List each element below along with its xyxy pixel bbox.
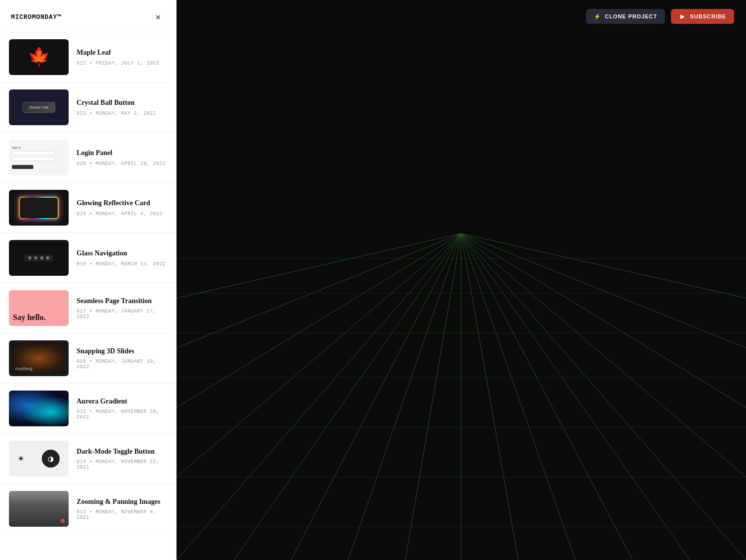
item-title: Aurora Gradient xyxy=(77,397,167,406)
item-meta: 020 • MONDAY, APRIL 18, 2022 xyxy=(77,161,167,166)
item-title: Seamless Page Transition xyxy=(77,297,167,306)
svg-line-12 xyxy=(177,234,461,348)
item-thumbnail: Say hello. xyxy=(9,290,69,326)
login-field xyxy=(12,157,55,161)
item-info: Snapping 3D Slides 016 • MONDAY, JANUARY… xyxy=(77,347,167,370)
svg-line-1 xyxy=(234,234,461,560)
login-field xyxy=(12,151,55,155)
list-item-crystal-ball-button[interactable]: Hover me Crystal Ball Button 021 • MONDA… xyxy=(0,82,176,133)
close-button[interactable]: ✕ xyxy=(151,10,165,24)
svg-line-16 xyxy=(461,234,746,348)
svg-line-15 xyxy=(461,234,746,298)
list-item-seamless-page-transition[interactable]: Say hello. Seamless Page Transition 017 … xyxy=(0,283,176,333)
svg-line-3 xyxy=(348,234,461,560)
item-thumbnail: Anything xyxy=(9,340,69,376)
item-info: Seamless Page Transition 017 • MONDAY, J… xyxy=(77,297,167,320)
item-thumbnail: Sign in xyxy=(9,140,69,175)
subscribe-button[interactable]: ▶ SUBSCRIBE xyxy=(671,9,734,24)
item-info: Zooming & Panning Images 013 • MONDAY, N… xyxy=(77,497,167,520)
item-info: Aurora Gradient 015 • MONDAY, NOVEMBER 2… xyxy=(77,397,167,420)
glow-card xyxy=(19,197,59,219)
item-title: Maple Leaf xyxy=(77,48,167,57)
item-title: Glowing Reflective Card xyxy=(77,199,167,208)
svg-line-13 xyxy=(177,234,461,407)
item-info: Crystal Ball Button 021 • MONDAY, MAY 2,… xyxy=(77,98,167,116)
youtube-icon: ▶ xyxy=(679,13,686,20)
svg-line-6 xyxy=(461,234,518,560)
item-meta: 014 • MONDAY, NOVEMBER 22, 2021 xyxy=(77,459,167,470)
maple-leaf-icon: 🍁 xyxy=(28,46,50,68)
list-item-glowing-reflective-card[interactable]: Glowing Reflective Card 019 • MONDAY, AP… xyxy=(0,183,176,233)
item-meta: 019 • MONDAY, APRIL 4, 2022 xyxy=(77,211,167,217)
sidebar-header: MICROMONDAY™ ✕ xyxy=(0,0,176,32)
glass-nav xyxy=(24,254,53,261)
list-item-login-panel[interactable]: Sign in Login Panel 020 • MONDAY, APRIL … xyxy=(0,133,176,183)
stackblitz-icon: ⚡ xyxy=(594,13,601,20)
list-item-dark-mode-toggle-button[interactable]: ☀ ◑ Dark-Mode Toggle Button 014 • MONDAY… xyxy=(0,434,176,484)
item-info: Dark-Mode Toggle Button 014 • MONDAY, NO… xyxy=(77,447,167,470)
item-title: Zooming & Panning Images xyxy=(77,497,167,506)
item-meta: 021 • MONDAY, MAY 2, 2022 xyxy=(77,111,167,116)
item-info: Maple Leaf 022 • FRIDAY, JULY 1, 2022 xyxy=(77,48,167,66)
list-item-glass-navigation[interactable]: Glass Navigation 018 • MONDAY, MARCH 14,… xyxy=(0,233,176,283)
svg-line-14 xyxy=(177,234,461,477)
item-info: Glowing Reflective Card 019 • MONDAY, AP… xyxy=(77,199,167,216)
clone-project-button[interactable]: ⚡ CLONE PROJECT xyxy=(586,9,665,24)
list-item-maple-leaf[interactable]: 🍁 Maple Leaf 022 • FRIDAY, JULY 1, 2022 xyxy=(0,32,176,82)
item-thumbnail xyxy=(9,240,69,276)
svg-line-0 xyxy=(177,234,461,560)
list-item-aurora-gradient[interactable]: Aurora Gradient 015 • MONDAY, NOVEMBER 2… xyxy=(0,384,176,434)
item-thumbnail: ☀ ◑ xyxy=(9,441,69,477)
item-title: Crystal Ball Button xyxy=(77,98,167,107)
list-item-snapping-3d-slides[interactable]: Anything Snapping 3D Slides 016 • MONDAY… xyxy=(0,333,176,384)
svg-line-8 xyxy=(461,234,633,560)
svg-line-4 xyxy=(405,234,461,560)
item-thumbnail: 🍁 xyxy=(9,39,69,75)
crystal-button: Hover me xyxy=(22,102,55,113)
item-meta: 017 • MONDAY, JANUARY 17, 2022 xyxy=(77,309,167,320)
svg-line-2 xyxy=(291,234,461,560)
item-title: Dark-Mode Toggle Button xyxy=(77,447,167,456)
item-title: Snapping 3D Slides xyxy=(77,347,167,356)
svg-line-11 xyxy=(177,234,461,298)
login-label: Sign in xyxy=(12,146,66,149)
sidebar-logo: MICROMONDAY™ xyxy=(11,13,61,21)
svg-line-9 xyxy=(461,234,690,560)
item-title: Glass Navigation xyxy=(77,249,167,258)
topbar: ⚡ CLONE PROJECT ▶ SUBSCRIBE xyxy=(574,0,746,33)
item-thumbnail xyxy=(9,391,69,426)
item-meta: 016 • MONDAY, JANUARY 10, 2022 xyxy=(77,359,167,370)
svg-line-17 xyxy=(461,234,746,407)
grid-background xyxy=(177,0,746,560)
item-thumbnail xyxy=(9,190,69,226)
list-item-zooming-panning-images[interactable]: Zooming & Panning Images 013 • MONDAY, N… xyxy=(0,484,176,534)
item-thumbnail: Hover me xyxy=(9,89,69,125)
login-submit xyxy=(12,165,33,169)
item-info: Glass Navigation 018 • MONDAY, MARCH 14,… xyxy=(77,249,167,266)
sidebar: MICROMONDAY™ ✕ 🍁 Maple Leaf 022 • FRIDAY… xyxy=(0,0,177,560)
moon-icon: ◑ xyxy=(42,450,60,468)
item-meta: 015 • MONDAY, NOVEMBER 29, 2021 xyxy=(77,409,167,420)
item-meta: 013 • MONDAY, NOVEMBER 8, 2021 xyxy=(77,509,167,520)
svg-line-10 xyxy=(461,234,746,560)
item-info: Login Panel 020 • MONDAY, APRIL 18, 2022 xyxy=(77,149,167,166)
sidebar-list: 🍁 Maple Leaf 022 • FRIDAY, JULY 1, 2022 … xyxy=(0,32,176,560)
item-meta: 022 • FRIDAY, JULY 1, 2022 xyxy=(77,61,167,66)
item-thumbnail xyxy=(9,491,69,527)
item-meta: 018 • MONDAY, MARCH 14, 2022 xyxy=(77,261,167,267)
item-title: Login Panel xyxy=(77,149,167,158)
sun-icon: ☀ xyxy=(18,453,24,465)
